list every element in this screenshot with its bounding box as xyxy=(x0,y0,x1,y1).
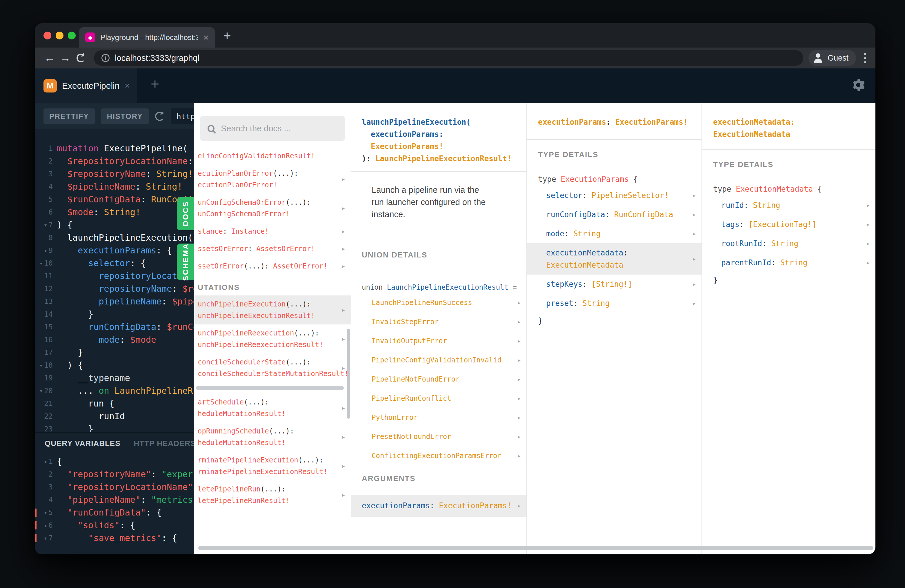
docs-list-item[interactable]: elineConfigValidationResult! xyxy=(194,147,351,165)
address-bar[interactable]: localhost:3333/graphql xyxy=(94,50,803,66)
type-field-row[interactable]: runConfigData: RunConfigData xyxy=(527,205,702,224)
type-field-row[interactable]: executionMetadata:ExecutionMetadata xyxy=(527,243,702,275)
type-field-row[interactable]: runId: String xyxy=(702,196,875,215)
docs-list-item[interactable]: letePipelineRun(...):letePipelineRunResu… xyxy=(194,480,351,509)
code-line[interactable]: 20 ... on LaunchPipelineRunSuccess xyxy=(35,385,194,397)
type-field-row[interactable]: stepKeys: [String!] xyxy=(527,275,702,294)
docs-list-item[interactable]: concileSchedulerState(...):concileSchedu… xyxy=(194,353,351,383)
vertical-scrollbar[interactable] xyxy=(347,329,350,419)
fold-arrow-icon[interactable] xyxy=(44,519,47,532)
code-line[interactable]: 3 "repositoryLocationName" xyxy=(35,481,194,493)
code-line[interactable]: 5 "runConfigData": { xyxy=(35,506,194,519)
session-tab[interactable]: M ExecutePipeline xyxy=(35,68,137,103)
union-member[interactable]: ConflictingExecutionParamsError xyxy=(351,446,526,466)
endpoint-input[interactable]: http://loc xyxy=(171,108,194,124)
code-line[interactable]: 16 mode: $mode xyxy=(35,334,194,346)
type-field-row[interactable]: preset: String xyxy=(527,294,702,313)
site-info-icon[interactable] xyxy=(102,54,110,62)
code-line[interactable]: 11 repositoryLocationName: $repositoryLo… xyxy=(35,270,194,283)
horizontal-scrollbar[interactable] xyxy=(196,386,344,390)
horizontal-scrollbar[interactable] xyxy=(198,546,873,550)
code-line[interactable]: 9 executionParams: { xyxy=(35,244,194,257)
browser-tab[interactable]: Playground - http://localhost:3 xyxy=(79,27,215,48)
union-member[interactable]: PipelineConfigValidationInvalid xyxy=(351,351,526,370)
code-line[interactable]: 1{ xyxy=(35,455,194,468)
docs-list-item[interactable]: unchPipelineExecution(...):unchPipelineE… xyxy=(194,296,351,324)
code-line[interactable]: 13 pipelineName: $pipelineName xyxy=(35,295,194,308)
code-line[interactable]: 6 "solids": { xyxy=(35,519,194,532)
fold-arrow-icon[interactable] xyxy=(40,359,43,372)
profile-button[interactable]: Guest xyxy=(808,50,856,66)
docs-list-item[interactable]: ecutionPlanOrError(...):ecutionPlanOrErr… xyxy=(194,165,351,194)
union-member[interactable]: PythonError xyxy=(351,408,526,427)
code-line[interactable]: 17 } xyxy=(35,346,194,359)
schema-tab[interactable]: SCHEMA xyxy=(177,243,194,280)
refresh-schema-icon[interactable] xyxy=(155,111,164,121)
reload-button[interactable] xyxy=(73,50,89,66)
code-line[interactable]: 10 selector: { xyxy=(35,257,194,270)
query-editor[interactable]: 1mutation ExecutePipeline(2 $repositoryL… xyxy=(35,129,194,432)
code-line[interactable]: 4 "pipelineName": "metrics xyxy=(35,493,194,506)
code-line[interactable]: 7 "save_metrics": { xyxy=(35,532,194,545)
maximize-window-button[interactable] xyxy=(68,32,76,40)
tab-close-icon[interactable] xyxy=(203,33,209,42)
docs-list-item[interactable]: rminatePipelineExecution(...):rminatePip… xyxy=(194,451,351,480)
type-field-row[interactable]: mode: String xyxy=(527,224,702,243)
argument-row[interactable]: executionParams: ExecutionParams! xyxy=(351,495,526,516)
docs-list-item[interactable]: ssetsOrError: AssetsOrError! xyxy=(194,240,351,257)
type-field-row[interactable]: tags: [ExecutionTag!] xyxy=(702,215,875,234)
prettify-button[interactable]: PRETTIFY xyxy=(43,108,95,124)
fold-arrow-icon[interactable] xyxy=(44,506,47,519)
code-line[interactable]: 1mutation ExecutePipeline( xyxy=(35,142,194,155)
code-line[interactable]: 8 launchPipelineExecution( xyxy=(35,231,194,244)
tab-http-headers[interactable]: HTTP HEADERS xyxy=(134,439,194,448)
type-field-row[interactable]: parentRunId: String xyxy=(702,253,875,272)
code-line[interactable]: 2 "repositoryName": "exper xyxy=(35,468,194,481)
fold-arrow-icon[interactable] xyxy=(44,244,47,257)
code-line[interactable]: 12 repositoryName: $repositoryName xyxy=(35,283,194,295)
docs-list-item[interactable]: unchPipelineReexecution(...):unchPipelin… xyxy=(194,324,351,353)
union-member[interactable]: PipelineRunConflict xyxy=(351,389,526,408)
code-line[interactable]: 4 $pipelineName: String! xyxy=(35,180,194,193)
docs-list-item[interactable]: artSchedule(...):heduleMutationResult! xyxy=(194,393,351,423)
fold-arrow-icon[interactable] xyxy=(40,385,43,397)
fold-arrow-icon[interactable] xyxy=(40,257,43,270)
settings-gear-icon[interactable] xyxy=(851,78,865,92)
union-member[interactable]: PipelineNotFoundError xyxy=(351,370,526,389)
fold-arrow-icon[interactable] xyxy=(44,532,47,545)
close-window-button[interactable] xyxy=(43,32,51,40)
docs-tab[interactable]: DOCS xyxy=(177,197,194,230)
code-line[interactable]: 22 runId xyxy=(35,410,194,423)
type-field-row[interactable]: selector: PipelineSelector! xyxy=(527,186,702,205)
code-line[interactable]: 5 $runConfigData: RunConfigData! xyxy=(35,193,194,206)
variables-editor[interactable]: 1{2 "repositoryName": "exper3 "repositor… xyxy=(35,454,194,545)
type-field-row[interactable]: rootRunId: String xyxy=(702,234,875,253)
docs-list-item[interactable]: stance: Instance! xyxy=(194,222,351,240)
minimize-window-button[interactable] xyxy=(56,32,64,40)
docs-list-item[interactable]: ssetOrError(...): AssetOrError! xyxy=(194,257,351,275)
forward-button[interactable] xyxy=(57,50,73,66)
code-line[interactable]: 3 $repositoryName: String! xyxy=(35,168,194,180)
tab-query-variables[interactable]: QUERY VARIABLES xyxy=(44,439,121,448)
browser-menu-button[interactable] xyxy=(862,51,868,65)
history-button[interactable]: HISTORY xyxy=(101,108,149,124)
union-member[interactable]: InvalidOutputError xyxy=(351,331,526,351)
back-button[interactable] xyxy=(42,50,57,66)
fold-arrow-icon[interactable] xyxy=(44,455,47,468)
docs-list-item[interactable]: unConfigSchemaOrError(...):unConfigSchem… xyxy=(194,194,351,222)
code-line[interactable]: 15 runConfigData: $runConfigData xyxy=(35,321,194,334)
code-line[interactable]: 19 __typename xyxy=(35,372,194,385)
union-member[interactable]: PresetNotFoundError xyxy=(351,427,526,446)
docs-list-item[interactable]: opRunningSchedule(...):heduleMutationRes… xyxy=(194,423,351,451)
session-close-icon[interactable] xyxy=(125,81,130,91)
docs-search-input[interactable]: Search the docs ... xyxy=(200,116,345,141)
code-line[interactable]: 14 } xyxy=(35,308,194,321)
union-member[interactable]: InvalidStepError xyxy=(351,312,526,331)
code-line[interactable]: 2 $repositoryLocationName: xyxy=(35,155,194,168)
code-line[interactable]: 6 $mode: String! xyxy=(35,206,194,219)
code-line[interactable]: 21 run { xyxy=(35,397,194,410)
code-line[interactable]: 7) { xyxy=(35,219,194,231)
fold-arrow-icon[interactable] xyxy=(44,219,47,231)
new-tab-button[interactable] xyxy=(223,29,231,42)
new-session-button[interactable] xyxy=(151,76,159,91)
